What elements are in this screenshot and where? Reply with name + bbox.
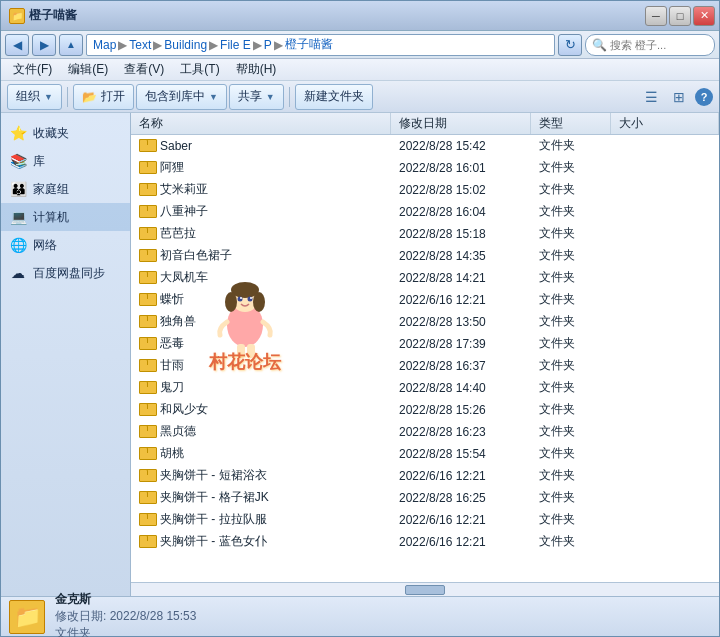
menu-edit[interactable]: 编辑(E): [60, 59, 116, 80]
cell-type: 文件夹: [531, 135, 611, 156]
table-row[interactable]: 夹胸饼干 - 蓝色女仆2022/6/16 12:21文件夹: [131, 531, 719, 553]
path-text[interactable]: Text: [129, 38, 151, 52]
menu-help[interactable]: 帮助(H): [228, 59, 285, 80]
sidebar-item-homegroup[interactable]: 👪 家庭组: [1, 175, 130, 203]
table-row[interactable]: 夹胸饼干 - 格子裙JK2022/8/28 16:25文件夹: [131, 487, 719, 509]
file-list[interactable]: Saber2022/8/28 15:42文件夹阿狸2022/8/28 16:01…: [131, 135, 719, 582]
table-row[interactable]: 蝶忻2022/6/16 12:21文件夹: [131, 289, 719, 311]
table-row[interactable]: 夹胸饼干 - 拉拉队服2022/6/16 12:21文件夹: [131, 509, 719, 531]
view-grid-button[interactable]: ⊞: [667, 85, 691, 109]
menu-view[interactable]: 查看(V): [116, 59, 172, 80]
close-button[interactable]: ✕: [693, 6, 715, 26]
share-button[interactable]: 共享 ▼: [229, 84, 284, 110]
folder-icon: [139, 227, 155, 240]
table-row[interactable]: 阿狸2022/8/28 16:01文件夹: [131, 157, 719, 179]
col-header-size[interactable]: 大小: [611, 113, 719, 134]
table-row[interactable]: 八重神子2022/8/28 16:04文件夹: [131, 201, 719, 223]
refresh-button[interactable]: ↻: [558, 34, 582, 56]
menu-tools[interactable]: 工具(T): [172, 59, 227, 80]
sidebar-label-network: 网络: [33, 237, 57, 254]
file-name: 鬼刀: [160, 379, 184, 396]
file-name: 甘雨: [160, 357, 184, 374]
path-filee[interactable]: File E: [220, 38, 251, 52]
folder-icon: [139, 491, 155, 504]
search-box: 🔍: [585, 34, 715, 56]
table-row[interactable]: 和风少女2022/8/28 15:26文件夹: [131, 399, 719, 421]
col-header-date[interactable]: 修改日期: [391, 113, 531, 134]
file-name: 夹胸饼干 - 蓝色女仆: [160, 533, 267, 550]
forward-button[interactable]: ▶: [32, 34, 56, 56]
col-header-type[interactable]: 类型: [531, 113, 611, 134]
sep3: ▶: [209, 38, 218, 52]
cell-name: 阿狸: [131, 157, 391, 178]
cell-name: Saber: [131, 135, 391, 156]
sep1: ▶: [118, 38, 127, 52]
table-row[interactable]: 初音白色裙子2022/8/28 14:35文件夹: [131, 245, 719, 267]
cell-name: 大凤机车: [131, 267, 391, 288]
sidebar-item-network[interactable]: 🌐 网络: [1, 231, 130, 259]
table-row[interactable]: 夹胸饼干 - 短裙浴衣2022/6/16 12:21文件夹: [131, 465, 719, 487]
cell-name: 芭芭拉: [131, 223, 391, 244]
organize-button[interactable]: 组织 ▼: [7, 84, 62, 110]
open-button[interactable]: 📂 打开: [73, 84, 134, 110]
table-row[interactable]: 大凤机车2022/8/28 14:21文件夹: [131, 267, 719, 289]
cell-size: [611, 333, 719, 354]
sep4: ▶: [253, 38, 262, 52]
sidebar-item-computer[interactable]: 💻 计算机: [1, 203, 130, 231]
cell-date: 2022/8/28 16:25: [391, 487, 531, 508]
status-file-icon: 📁: [9, 600, 45, 634]
menu-file[interactable]: 文件(F): [5, 59, 60, 80]
table-row[interactable]: 独角兽2022/8/28 13:50文件夹: [131, 311, 719, 333]
path-building[interactable]: Building: [164, 38, 207, 52]
help-button[interactable]: ?: [695, 88, 713, 106]
path-map[interactable]: Map: [93, 38, 116, 52]
cell-date: 2022/6/16 12:21: [391, 531, 531, 552]
address-path[interactable]: Map ▶ Text ▶ Building ▶ File E ▶ P ▶ 橙子喵…: [86, 34, 555, 56]
new-folder-button[interactable]: 新建文件夹: [295, 84, 373, 110]
up-button[interactable]: ▲: [59, 34, 83, 56]
sidebar-item-library[interactable]: 📚 库: [1, 147, 130, 175]
cell-date: 2022/6/16 12:21: [391, 509, 531, 530]
main-area: ⭐ 收藏夹 📚 库 👪 家庭组 💻 计算机 🌐 网络: [1, 113, 719, 596]
folder-icon: [139, 161, 155, 174]
sidebar-item-favorites[interactable]: ⭐ 收藏夹: [1, 119, 130, 147]
folder-icon: [139, 535, 155, 548]
view-list-button[interactable]: ☰: [639, 85, 663, 109]
cell-type: 文件夹: [531, 509, 611, 530]
file-name: 恶毒: [160, 335, 184, 352]
cell-date: 2022/8/28 14:35: [391, 245, 531, 266]
table-row[interactable]: 艾米莉亚2022/8/28 15:02文件夹: [131, 179, 719, 201]
sidebar-item-baiduyun[interactable]: ☁ 百度网盘同步: [1, 259, 130, 287]
maximize-button[interactable]: □: [669, 6, 691, 26]
path-current[interactable]: 橙子喵酱: [285, 36, 333, 53]
cell-size: [611, 157, 719, 178]
table-row[interactable]: 芭芭拉2022/8/28 15:18文件夹: [131, 223, 719, 245]
hscroll-track[interactable]: [131, 584, 719, 596]
col-header-name[interactable]: 名称: [131, 113, 391, 134]
cell-name: 蝶忻: [131, 289, 391, 310]
table-row[interactable]: Saber2022/8/28 15:42文件夹: [131, 135, 719, 157]
cell-name: 夹胸饼干 - 格子裙JK: [131, 487, 391, 508]
table-row[interactable]: 甘雨2022/8/28 16:37文件夹: [131, 355, 719, 377]
table-row[interactable]: 鬼刀2022/8/28 14:40文件夹: [131, 377, 719, 399]
hscroll-thumb[interactable]: [405, 585, 445, 595]
folder-icon: [139, 513, 155, 526]
cell-type: 文件夹: [531, 487, 611, 508]
table-row[interactable]: 胡桃2022/8/28 15:54文件夹: [131, 443, 719, 465]
menubar: 文件(F) 编辑(E) 查看(V) 工具(T) 帮助(H): [1, 59, 719, 81]
table-row[interactable]: 黑贞德2022/8/28 16:23文件夹: [131, 421, 719, 443]
search-input[interactable]: [610, 39, 708, 51]
hscroll-area[interactable]: [131, 582, 719, 596]
cell-type: 文件夹: [531, 421, 611, 442]
favorites-icon: ⭐: [9, 124, 27, 142]
cell-type: 文件夹: [531, 531, 611, 552]
minimize-button[interactable]: ─: [645, 6, 667, 26]
cell-date: 2022/8/28 14:21: [391, 267, 531, 288]
include-label: 包含到库中: [145, 88, 205, 105]
file-name: Saber: [160, 139, 192, 153]
table-row[interactable]: 恶毒2022/8/28 17:39文件夹: [131, 333, 719, 355]
cell-date: 2022/8/28 15:42: [391, 135, 531, 156]
include-button[interactable]: 包含到库中 ▼: [136, 84, 227, 110]
path-p[interactable]: P: [264, 38, 272, 52]
back-button[interactable]: ◀: [5, 34, 29, 56]
